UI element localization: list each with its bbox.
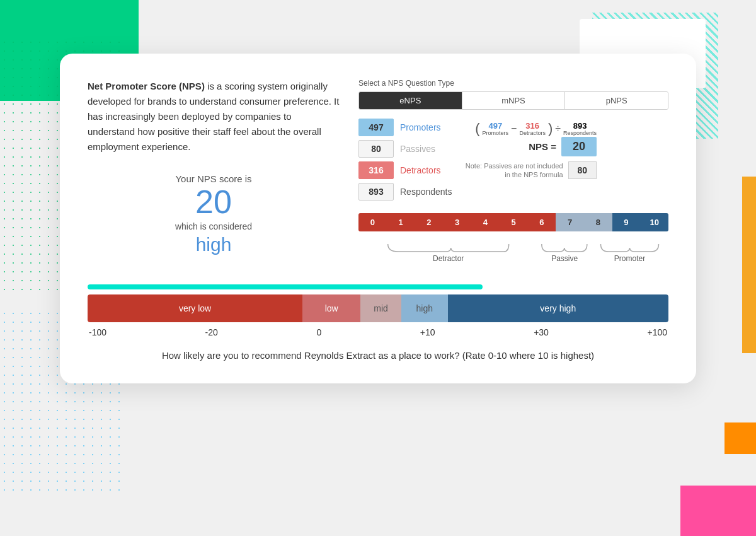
tab-enps[interactable]: eNPS: [359, 92, 462, 109]
passive-label: Passive: [551, 254, 578, 263]
promoter-brace: Promoter: [591, 242, 668, 263]
tab-mnps[interactable]: mNPS: [462, 92, 566, 109]
scale-4: 4: [471, 213, 500, 231]
bottom-section: very low low mid high very high -100 -20…: [88, 284, 668, 361]
formula-area: ( 497 Promoters − 316 Detractors ) ÷: [462, 121, 597, 213]
respondents-row: 893 Respondents: [358, 183, 452, 201]
scale-2: 2: [415, 213, 443, 231]
passive-note-row: Note: Passives are not included in the N…: [462, 161, 597, 180]
indicator-bar: [88, 284, 483, 289]
close-paren: ): [548, 122, 553, 136]
detractor-brace: Detractor: [358, 242, 538, 263]
detractor-label: Detractor: [433, 254, 464, 263]
passive-brace: Passive: [538, 242, 591, 263]
description: Net Promoter Score (NPS) is a scoring sy…: [88, 79, 340, 154]
passive-val-box: 80: [568, 161, 597, 179]
nps-result-label: NPS =: [529, 141, 556, 152]
question-text: How likely are you to recommend Reynolds…: [88, 350, 668, 361]
card-body: Net Promoter Score (NPS) is a scoring sy…: [88, 79, 668, 268]
promoters-row: 497 Promoters: [358, 119, 452, 136]
scale-3: 3: [443, 213, 471, 231]
axis-plus10: +10: [420, 327, 435, 337]
description-bold: Net Promoter Score (NPS): [88, 81, 205, 91]
formula-promoters-val: 497: [488, 121, 502, 131]
scale-1: 1: [387, 213, 415, 231]
nps-score-display: Your NPS score is 20 which is considered…: [88, 173, 340, 255]
axis-0: 0: [316, 327, 321, 337]
right-section: Select a NPS Question Type eNPS mNPS pNP…: [358, 79, 668, 268]
question-type-label: Select a NPS Question Type: [358, 79, 668, 88]
passives-box: 80: [358, 140, 394, 158]
scale-6: 6: [527, 213, 556, 231]
passive-note-text: Note: Passives are not included in the N…: [462, 161, 563, 180]
score-bar: very low low mid high very high: [88, 294, 668, 322]
detractors-label: Detractors: [400, 165, 441, 175]
bar-low: low: [302, 294, 360, 322]
bg-orange-bar: [742, 177, 756, 353]
stats-formula-area: 497 Promoters 80 Passives 316 Detractors…: [358, 119, 668, 213]
formula-eq-row: ( 497 Promoters − 316 Detractors ) ÷: [475, 121, 597, 137]
axis-plus30: +30: [534, 327, 549, 337]
open-paren: (: [475, 122, 479, 136]
axis-neg100: -100: [89, 327, 106, 337]
detractors-box: 316: [358, 161, 394, 179]
divide-op: ÷: [555, 123, 561, 134]
formula-respondents-val: 893: [573, 121, 587, 131]
bg-orange-small: [724, 422, 756, 454]
axis-neg20: -20: [205, 327, 218, 337]
scale-9: 9: [612, 213, 641, 231]
nps-considered-value: high: [88, 234, 340, 255]
scale-0: 0: [358, 213, 387, 231]
bar-axis: -100 -20 0 +10 +30 +100: [88, 327, 668, 337]
scale-5: 5: [500, 213, 528, 231]
promoters-box: 497: [358, 119, 394, 136]
formula-promoters-sub: Promoters: [483, 131, 509, 137]
nps-score-label: Your NPS score is: [88, 173, 340, 184]
main-card: Net Promoter Score (NPS) is a scoring sy…: [60, 54, 696, 383]
bar-mid: mid: [360, 294, 401, 322]
respondents-box: 893: [358, 183, 394, 201]
formula-respondents-sub: Respondents: [563, 131, 597, 137]
scale-labels: Detractor Passive Promoter: [358, 235, 668, 268]
minus-op: −: [511, 123, 517, 134]
scale-7: 7: [556, 213, 584, 231]
formula-detractors: 316 Detractors: [519, 121, 546, 137]
nps-result-row: NPS = 20: [529, 137, 597, 156]
tabs: eNPS mNPS pNPS: [358, 91, 668, 110]
formula-detractors-sub: Detractors: [519, 131, 546, 137]
formula-respondents: 893 Respondents: [563, 121, 597, 137]
bar-very-low: very low: [88, 294, 302, 322]
promoters-label: Promoters: [400, 122, 441, 132]
passives-row: 80 Passives: [358, 140, 452, 158]
formula-detractors-val: 316: [525, 121, 539, 131]
nps-considered-label: which is considered: [88, 221, 340, 231]
bar-very-high: very high: [448, 294, 668, 322]
formula-promoters: 497 Promoters: [483, 121, 509, 137]
stats-rows: 497 Promoters 80 Passives 316 Detractors…: [358, 119, 452, 204]
detractors-row: 316 Detractors: [358, 161, 452, 179]
number-scale: 0 1 2 3 4 5 6 7 8 9 10: [358, 213, 668, 231]
promoter-label: Promoter: [614, 254, 645, 263]
bar-high: high: [401, 294, 448, 322]
left-section: Net Promoter Score (NPS) is a scoring sy…: [88, 79, 340, 268]
axis-plus100: +100: [647, 327, 667, 337]
respondents-label: Respondents: [400, 187, 452, 197]
tab-pnps[interactable]: pNPS: [565, 92, 668, 109]
passives-label: Passives: [400, 144, 435, 154]
scale-10: 10: [640, 213, 668, 231]
nps-score-value: 20: [88, 184, 340, 220]
bg-pink-block: [680, 486, 756, 536]
nps-result-box: 20: [561, 137, 597, 156]
scale-8: 8: [584, 213, 612, 231]
